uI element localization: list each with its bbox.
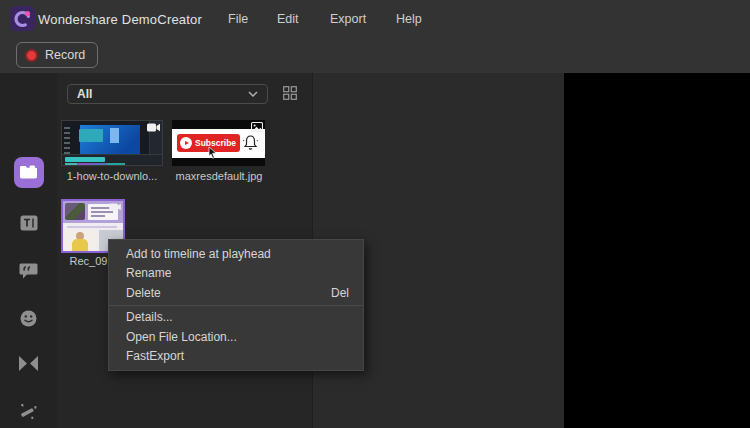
context-menu-item-label: Details... (126, 310, 173, 324)
menubar-file[interactable]: File (228, 12, 248, 26)
menubar-export[interactable]: Export (330, 12, 366, 26)
context-menu-shortcut: Del (331, 286, 349, 300)
record-dot-icon (25, 49, 38, 62)
context-menu-item-fastexport[interactable]: FastExport (109, 347, 363, 367)
thumb-person-body (72, 239, 88, 251)
thumb-webcam-block (63, 230, 97, 251)
preview-panel (314, 73, 750, 428)
media-filter-dropdown[interactable]: All (67, 84, 268, 104)
active-tab-highlight (14, 157, 44, 188)
thumb-toolbar-strip (64, 124, 70, 154)
thumb-progress-bar (65, 157, 105, 162)
sidebar-item-annotations[interactable] (0, 254, 57, 288)
context-menu-item-label: Rename (126, 266, 171, 280)
thumb-photo-block (65, 203, 85, 220)
context-menu-item-label: Delete (126, 286, 161, 300)
speech-bubble-icon (19, 263, 38, 280)
thumb-inner-window (79, 129, 103, 142)
context-menu-item-label: Open File Location... (126, 330, 237, 344)
menubar-edit[interactable]: Edit (277, 12, 299, 26)
image-icon (251, 122, 263, 132)
sidebar-item-effects[interactable] (0, 394, 57, 428)
bell-icon (243, 134, 258, 151)
media-item-video-editor[interactable] (61, 120, 163, 166)
context-menu-item-label: FastExport (126, 349, 184, 363)
record-button-label: Record (45, 48, 85, 62)
context-menu-item-open-file-location[interactable]: Open File Location... (109, 327, 363, 347)
media-item-label: maxresdefault.jpg (167, 170, 271, 182)
app-window: Wondershare DemoCreator File Edit Export… (0, 0, 750, 428)
sidebar (0, 73, 57, 428)
topbar: Wondershare DemoCreator File Edit Export… (0, 0, 750, 73)
grid-view-icon[interactable] (283, 86, 297, 100)
transitions-icon (19, 356, 38, 371)
media-filter-value: All (77, 87, 92, 101)
thumb-clip-chips (65, 163, 125, 165)
sidebar-item-transitions[interactable] (0, 346, 57, 380)
context-menu-item-delete[interactable]: Delete Del (109, 283, 363, 303)
sidebar-item-text[interactable] (0, 206, 57, 240)
context-menu-item-add-to-timeline[interactable]: Add to timeline at playhead (109, 244, 363, 264)
menubar-help[interactable]: Help (396, 12, 422, 26)
context-menu-item-rename[interactable]: Rename (109, 264, 363, 284)
context-menu-item-label: Add to timeline at playhead (126, 247, 271, 261)
context-menu-separator (109, 305, 363, 306)
record-button[interactable]: Record (16, 42, 98, 68)
sidebar-item-stickers[interactable] (0, 301, 57, 335)
folder-icon (20, 165, 37, 179)
thumb-folder-image (110, 128, 119, 143)
magic-wand-icon (19, 402, 38, 420)
video-camera-icon (109, 203, 121, 211)
thumb-text-line (91, 211, 113, 213)
media-item-label: 1-how-to-downlo... (57, 170, 167, 182)
cursor-pointer-icon (208, 147, 217, 159)
text-tool-icon (20, 215, 38, 231)
thumb-text-line (91, 215, 105, 217)
video-camera-icon (147, 123, 160, 132)
app-title: Wondershare DemoCreator (38, 12, 202, 27)
play-circle-icon (180, 137, 192, 149)
thumb-divider-line (67, 226, 117, 228)
chevron-down-icon (248, 91, 258, 97)
video-preview-frame[interactable] (564, 73, 750, 428)
media-item-maxresdefault[interactable]: Subscribe (172, 120, 265, 166)
context-menu-item-details[interactable]: Details... (109, 308, 363, 328)
app-logo-icon (10, 6, 35, 31)
smiley-icon (20, 310, 37, 327)
context-menu: Add to timeline at playhead Rename Delet… (108, 239, 364, 371)
sidebar-item-media[interactable] (0, 155, 57, 189)
